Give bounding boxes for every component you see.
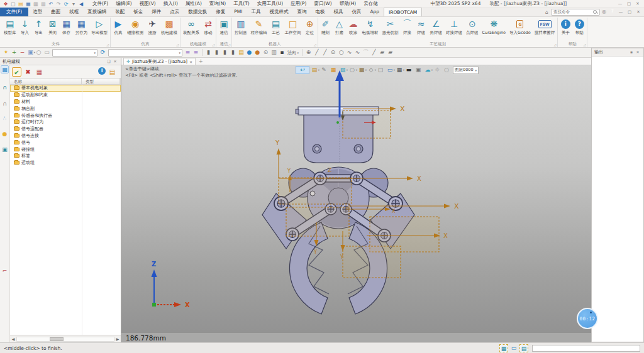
monitor-icon[interactable]: ▭ [509,344,518,352]
panel-layout-icon[interactable]: ▤ [519,344,528,352]
tree-item-runtime-behavior[interactable]: 运行时行为 [10,119,121,126]
restore-icon[interactable]: ▢ [625,1,633,8]
group-launcher-icon[interactable]: ◿ [314,43,316,46]
pick-loop-icon[interactable]: ▮ [229,48,237,57]
tab-simulation[interactable]: 仿真 [347,8,365,16]
tab-weldment[interactable]: 焊件 [147,8,165,16]
tab-close-icon[interactable]: ✕ [189,60,192,64]
viewport-canvas[interactable]: X X X X X Y Y Y Y Z [121,58,591,342]
list-filter-combo[interactable] [108,49,182,57]
clipboard-icon[interactable]: ▥ [270,48,278,57]
laser-cut-button[interactable]: ✂ 激光切割 [380,18,401,36]
document-tab[interactable]: ✛ Jiazhua案例.Z3 - [jiazhua] ✕ [123,58,196,65]
tab-shape[interactable]: 造型 [28,8,47,16]
weld-button[interactable]: ⌒ 焊接 [401,18,414,36]
tree-item-joints-constraints[interactable]: 运动副和约束 [10,92,121,99]
tree-item-signal-adapter[interactable]: 信号适配器 [10,126,121,133]
print-icon[interactable]: ▥ [32,1,40,8]
select-filter-icon[interactable]: ○ [348,66,357,74]
tab-mold[interactable]: 模具 [329,8,347,16]
edge-display-icon[interactable]: ▬ [404,66,413,74]
tab-point-cloud[interactable]: 点云 [165,8,184,16]
help-button[interactable]: ? 帮助 [572,18,586,36]
arc-snap-icon[interactable]: ⌒ [362,48,370,57]
walkthrough-button[interactable]: ✈ 漫游 [145,18,159,36]
light-toggle-icon[interactable]: ☼ [433,66,441,74]
workbench-icon[interactable]: ▭ [386,66,394,74]
tab-irobotcam[interactable]: IROBOTCAM [384,8,422,16]
close-icon[interactable]: ✕ [633,1,642,8]
controller-button[interactable]: ▥ 控制器 [233,18,249,36]
tab-inquire[interactable]: 查询 [292,8,311,16]
tab-assembly[interactable]: 装配 [111,8,129,16]
tree-item-signals[interactable]: 信号 [10,139,121,146]
solid-snap-icon[interactable]: ▰ [386,48,394,57]
graphics-viewport[interactable]: ✛ Jiazhua案例.Z3 - [jiazhua] ✕ + <单击中键>继续.… [121,58,591,342]
prompt-history-icon[interactable]: ▦ [499,344,508,352]
communication-button[interactable]: ▣ 通信 [217,18,231,36]
minimize-icon[interactable]: — [616,9,625,16]
close-button[interactable]: ⊠ 关闭 [46,18,60,36]
close-icon[interactable]: ✕ [634,9,643,16]
regen-icon[interactable]: ⟳ [62,1,70,8]
blue-part-icon[interactable]: ● [245,48,253,57]
command-search-input[interactable] [553,9,593,14]
menu-file[interactable]: 文件(F) [89,0,112,8]
export-button[interactable]: ↑ 导出 [32,18,46,36]
tab-direct-edit[interactable]: 直接编辑 [83,8,111,16]
menu-cloud[interactable]: 云存储 [360,0,382,8]
restore-icon[interactable]: ▢ [625,9,634,16]
butt-weld-button[interactable]: ⊥ 对接焊缝 [444,18,464,36]
dropdown-icon[interactable]: ▾ [70,1,77,8]
window-pick-icon[interactable]: ▭ [43,48,51,57]
view-orient-icon[interactable]: ◇ [367,66,375,74]
camera-nav-icon[interactable]: ▣ [1,146,9,154]
pick-last-icon[interactable]: ▮ [204,48,213,57]
tab-electrode[interactable]: 电极 [311,8,329,16]
mechatronics-nav-icon[interactable]: ▩ [1,65,9,73]
program-edit-button[interactable]: ✎ 程序编辑 [249,18,269,36]
tree-item-tags[interactable]: 标签 [10,153,121,160]
process-button[interactable]: ▤ 工艺 [269,18,283,36]
menu-help[interactable]: 帮助(H) [336,0,360,8]
section-view-icon[interactable]: ▣ [414,66,423,74]
close-output-icon[interactable]: ✕ [635,49,641,55]
robot-ball-nav-icon[interactable]: ● [1,130,9,138]
curaengine-button[interactable]: ❋ CuraEngine [480,18,508,36]
info-icon[interactable]: i [98,67,106,75]
spray-button[interactable]: ☁ 喷涂 [347,18,360,36]
orange-part-icon[interactable]: ● [253,48,262,57]
user-icon[interactable]: ◎ [600,8,608,16]
polish-button[interactable]: △ 打磨 [333,18,347,36]
entity-filter-combo[interactable] [52,49,97,57]
tree-item-collision-group[interactable]: 碰撞组 [10,146,121,153]
home-icon[interactable]: ⌂ [545,9,548,15]
minimize-icon[interactable]: — [616,1,625,8]
save-button[interactable]: ▦ 保存 [60,18,74,36]
gripper-nav-icon[interactable]: ∩ [1,84,9,92]
open-folder-icon[interactable]: ▤ [17,1,25,8]
pick-chain-icon[interactable]: ▮ [221,48,229,57]
group-launcher-icon[interactable]: ◿ [212,43,214,46]
new-file-icon[interactable]: ▢ [9,1,17,8]
float-panel-icon[interactable]: ❏ [106,58,112,65]
status-input[interactable] [532,345,640,352]
mechatronics-button[interactable]: ▩ 机电建模 [159,18,179,36]
record-stop-icon[interactable]: ▪ [278,48,286,57]
scroll-left-icon[interactable]: ◀ [10,337,16,341]
layer-color-icon[interactable]: ○ [442,66,451,74]
refresh-icon[interactable]: ⟳ [99,48,107,57]
robot-arm-nav-icon[interactable]: ⌐ [1,267,9,275]
fsw-button[interactable]: FSW 搅拌摩擦焊 [533,18,557,36]
move-button[interactable]: ⇄ 移动 [201,18,215,36]
spline-snap-icon[interactable]: ∿ [353,48,362,57]
workspace-button[interactable]: □ 工作空间 [283,18,303,36]
add-pick-icon[interactable]: + [10,48,18,57]
tab-repair[interactable]: 修复 [211,8,230,16]
collision-check-button[interactable]: ◉ 碰撞检测 [125,18,145,36]
save-icon[interactable]: ▦ [25,1,32,8]
diagonal-snap-icon[interactable]: ╱ [370,48,378,57]
menu-insert[interactable]: 插入(I) [160,0,182,8]
render-mode-icon[interactable]: ▦ [395,66,404,74]
group-launcher-icon[interactable]: ◿ [176,43,179,46]
